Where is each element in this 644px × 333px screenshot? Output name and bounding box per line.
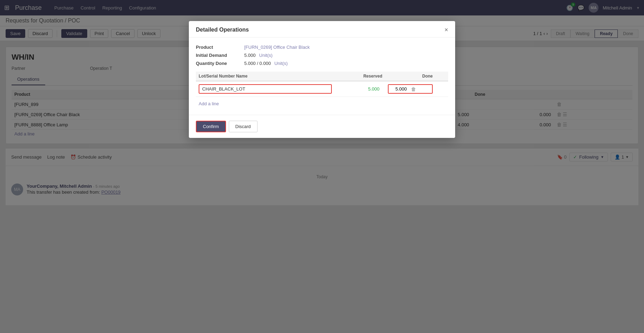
modal-title: Detailed Operations: [196, 27, 249, 33]
col-reserved-header: Reserved: [335, 72, 385, 81]
lot-serial-input[interactable]: [199, 84, 332, 94]
modal-add-line[interactable]: Add a line: [196, 100, 448, 108]
reserved-value: 5.000: [337, 85, 382, 93]
reserved-cell: 5.000: [335, 81, 385, 97]
qty-done-row: Quantity Done 5.000 / 0.000 Unit(s): [196, 61, 448, 66]
modal-operations-table: Lot/Serial Number Name Reserved Done 5.0…: [196, 72, 448, 97]
modal-close-button[interactable]: ×: [444, 27, 448, 33]
done-cell: 🗑: [385, 81, 436, 97]
modal-overlay: Detailed Operations × Product [FURN_0269…: [0, 0, 644, 333]
lot-row: 5.000 🗑: [196, 81, 448, 97]
confirm-button[interactable]: Confirm: [196, 121, 226, 132]
qty-done-unit: Unit(s): [274, 61, 288, 66]
modal-body: Product [FURN_0269] Office Chair Black I…: [189, 38, 455, 115]
lot-input-cell: [196, 81, 335, 97]
qty-done-label: Quantity Done: [196, 61, 241, 66]
initial-demand-value: 5.000: [244, 53, 256, 58]
done-input[interactable]: [389, 85, 410, 93]
col-delete-header: [436, 72, 448, 81]
initial-demand-unit: Unit(s): [259, 53, 273, 58]
qty-done-value: 5.000 / 0.000: [244, 61, 271, 66]
initial-demand-label: Initial Demand: [196, 53, 241, 58]
modal-footer: Confirm Discard: [189, 115, 455, 138]
done-cell-wrapper: 🗑: [388, 84, 433, 94]
product-link[interactable]: [FURN_0269] Office Chair Black: [244, 45, 310, 50]
product-label: Product: [196, 45, 241, 50]
col-lot-serial: Lot/Serial Number Name: [196, 72, 335, 81]
delete-lot-button[interactable]: 🗑: [410, 86, 417, 93]
modal-header: Detailed Operations ×: [189, 21, 455, 38]
initial-demand-row: Initial Demand 5.000 Unit(s): [196, 53, 448, 58]
product-info-row: Product [FURN_0269] Office Chair Black: [196, 45, 448, 50]
modal-discard-button[interactable]: Discard: [229, 121, 258, 132]
col-done-header: Done: [385, 72, 436, 81]
detailed-operations-modal: Detailed Operations × Product [FURN_0269…: [189, 21, 455, 138]
